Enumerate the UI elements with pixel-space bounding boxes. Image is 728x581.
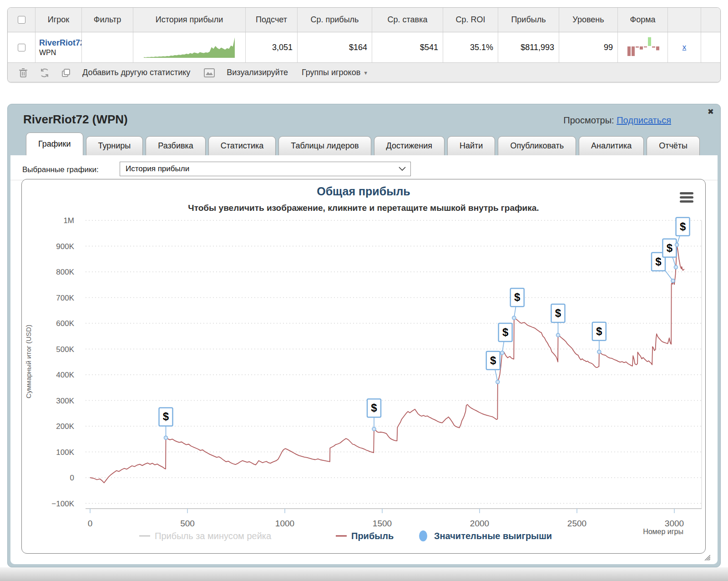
row-select-cell bbox=[8, 32, 35, 62]
stats-table: Игрок Фильтр История прибыли Подсчет Ср.… bbox=[7, 7, 721, 82]
column-header-history[interactable]: История прибыли bbox=[133, 8, 246, 32]
select-all-cell bbox=[8, 8, 35, 32]
filter-cell bbox=[82, 32, 133, 62]
tab-statistics[interactable]: Статистика bbox=[208, 136, 276, 155]
chart-plot-area[interactable]: 1M900K800K700K600K500K400K300K200K100K0−… bbox=[22, 179, 706, 554]
svg-text:$: $ bbox=[596, 325, 602, 337]
chart-subtitle: Чтобы увеличить изображение, кликните и … bbox=[22, 203, 705, 213]
views-row: Просмотры: Подписаться bbox=[563, 115, 671, 126]
chart-selector-label: Выбранные графики: bbox=[22, 165, 99, 174]
svg-text:Суммарный итог (USD): Суммарный итог (USD) bbox=[25, 325, 32, 398]
chevron-down-icon: ▼ bbox=[363, 70, 368, 76]
tab-bar: ГрафикиТурнирыРазбивкаСтатистикаТаблицы … bbox=[26, 133, 707, 155]
visualize-button[interactable]: Визуализируйте bbox=[227, 68, 288, 77]
player-cell: RiverRiot72 WPN bbox=[35, 32, 82, 62]
row-checkbox[interactable] bbox=[18, 44, 25, 51]
player-network: WPN bbox=[39, 49, 56, 57]
tab-find[interactable]: Найти bbox=[447, 136, 495, 155]
svg-text:−100K: −100K bbox=[51, 499, 74, 508]
select-all-checkbox[interactable] bbox=[18, 16, 25, 24]
delete-icon[interactable] bbox=[19, 68, 28, 78]
visualize-icon[interactable] bbox=[204, 68, 215, 77]
form-mini-chart bbox=[627, 36, 659, 59]
svg-text:2500: 2500 bbox=[567, 519, 586, 528]
close-icon[interactable]: ✖ bbox=[708, 107, 714, 117]
chart-menu-icon[interactable] bbox=[680, 192, 693, 204]
svg-text:Номер игры: Номер игры bbox=[643, 528, 683, 535]
stats-table-header: Игрок Фильтр История прибыли Подсчет Ср.… bbox=[8, 8, 720, 32]
views-label: Просмотры: bbox=[563, 115, 614, 125]
resize-handle-icon[interactable] bbox=[703, 554, 710, 561]
column-header-avg-profit[interactable]: Ср. прибыль bbox=[298, 8, 372, 32]
remove-row-link[interactable]: x bbox=[682, 43, 687, 52]
column-header-level[interactable]: Уровень bbox=[559, 8, 618, 32]
svg-text:500: 500 bbox=[180, 519, 195, 528]
add-statistic-button[interactable]: Добавить другую статистику bbox=[82, 68, 190, 77]
svg-text:800K: 800K bbox=[56, 268, 74, 276]
column-header-remove bbox=[668, 8, 701, 32]
tab-publish[interactable]: Опубликовать bbox=[498, 136, 576, 155]
panel-title: RiverRiot72 (WPN) bbox=[23, 112, 128, 127]
profit-chart: 1M900K800K700K600K500K400K300K200K100K0−… bbox=[21, 179, 706, 554]
svg-text:$: $ bbox=[667, 242, 673, 254]
column-header-profit[interactable]: Прибыль bbox=[498, 8, 559, 32]
svg-text:100K: 100K bbox=[56, 448, 74, 457]
panel-content: Выбранные графики: История прибыли 1M900… bbox=[10, 155, 718, 564]
column-header-count[interactable]: Подсчет bbox=[246, 8, 298, 32]
tab-analytics[interactable]: Аналитика bbox=[579, 136, 644, 155]
svg-text:$: $ bbox=[371, 402, 377, 414]
column-header-player[interactable]: Игрок bbox=[35, 8, 82, 32]
column-header-avg-stake[interactable]: Ср. ставка bbox=[372, 8, 443, 32]
player-name-link[interactable]: RiverRiot72 bbox=[39, 38, 81, 48]
svg-text:0: 0 bbox=[88, 519, 93, 528]
svg-text:900K: 900K bbox=[56, 242, 74, 251]
svg-text:300K: 300K bbox=[56, 397, 74, 405]
header-filler bbox=[701, 8, 720, 32]
profit-sparkline bbox=[144, 36, 235, 59]
chart-type-select[interactable]: История прибыли bbox=[120, 162, 411, 176]
svg-text:600K: 600K bbox=[56, 319, 74, 328]
copy-icon[interactable] bbox=[61, 68, 71, 77]
avg-profit-cell: $164 bbox=[298, 32, 372, 62]
svg-text:700K: 700K bbox=[56, 294, 74, 302]
svg-text:Значительные выигрыши: Значительные выигрыши bbox=[434, 531, 552, 541]
avg-stake-cell: $541 bbox=[372, 32, 443, 62]
row-filler bbox=[701, 32, 720, 62]
svg-text:200K: 200K bbox=[56, 422, 74, 431]
svg-text:$: $ bbox=[163, 410, 169, 423]
svg-text:1500: 1500 bbox=[373, 519, 392, 528]
tab-achievements[interactable]: Достижения bbox=[374, 136, 445, 155]
tab-graphs[interactable]: Графики bbox=[26, 133, 83, 155]
tab-breakdown[interactable]: Разбивка bbox=[146, 136, 205, 155]
profit-history-cell bbox=[133, 32, 246, 62]
tab-tournaments[interactable]: Турниры bbox=[86, 136, 143, 155]
page-bottom-fade bbox=[0, 567, 728, 581]
column-header-filter[interactable]: Фильтр bbox=[82, 8, 133, 32]
player-groups-dropdown[interactable]: Группы игроков ▼ bbox=[302, 68, 368, 77]
svg-text:$: $ bbox=[514, 291, 521, 303]
svg-text:$: $ bbox=[555, 307, 561, 319]
svg-text:2000: 2000 bbox=[470, 519, 489, 528]
chevron-down-icon bbox=[399, 167, 406, 171]
svg-text:0: 0 bbox=[70, 474, 74, 482]
subscribe-link[interactable]: Подписаться bbox=[617, 115, 671, 125]
svg-text:Прибыль: Прибыль bbox=[351, 531, 394, 541]
remove-cell: x bbox=[668, 32, 701, 62]
refresh-icon[interactable] bbox=[40, 68, 50, 78]
svg-text:$: $ bbox=[680, 220, 686, 233]
chart-type-value: История прибыли bbox=[126, 164, 189, 173]
column-header-avg-roi[interactable]: Ср. ROI bbox=[443, 8, 498, 32]
tab-leaderboards[interactable]: Таблицы лидеров bbox=[278, 136, 371, 155]
svg-text:400K: 400K bbox=[56, 371, 74, 379]
player-groups-label: Группы игроков bbox=[302, 68, 360, 77]
tab-reports[interactable]: Отчёты bbox=[647, 136, 700, 155]
svg-text:$: $ bbox=[502, 326, 509, 338]
svg-text:500K: 500K bbox=[56, 345, 74, 354]
table-toolbar: Добавить другую статистику Визуализируйт… bbox=[8, 62, 720, 82]
svg-text:3000: 3000 bbox=[665, 519, 684, 528]
column-header-form[interactable]: Форма bbox=[618, 8, 668, 32]
svg-text:$: $ bbox=[655, 255, 662, 268]
count-cell: 3,051 bbox=[246, 32, 298, 62]
svg-text:Прибыль за минусом рейка: Прибыль за минусом рейка bbox=[155, 531, 272, 541]
profit-cell: $811,993 bbox=[498, 32, 559, 62]
